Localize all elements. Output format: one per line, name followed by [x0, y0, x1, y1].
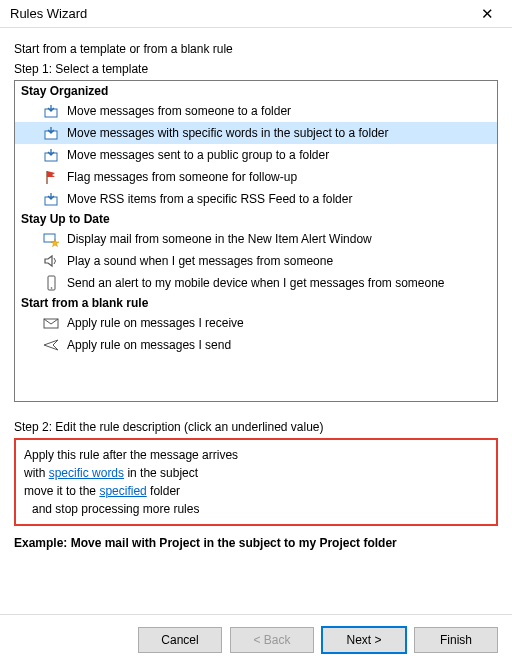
template-item[interactable]: Move RSS items from a specific RSS Feed …: [15, 188, 497, 210]
template-item[interactable]: Apply rule on messages I receive: [15, 312, 497, 334]
svg-rect-4: [44, 234, 55, 242]
button-bar: Cancel < Back Next > Finish: [0, 614, 512, 665]
titlebar: Rules Wizard ✕: [0, 0, 512, 28]
move-folder-icon: [43, 103, 59, 119]
template-label: Display mail from someone in the New Ite…: [67, 232, 372, 246]
alert-star-icon: [43, 231, 59, 247]
template-label: Send an alert to my mobile device when I…: [67, 276, 445, 290]
specific-words-link[interactable]: specific words: [49, 466, 124, 480]
back-button[interactable]: < Back: [230, 627, 314, 653]
template-label: Move messages with specific words in the…: [67, 126, 388, 140]
template-label: Move messages from someone to a folder: [67, 104, 291, 118]
template-label: Move messages sent to a public group to …: [67, 148, 329, 162]
section-stay-up-to-date: Stay Up to Date: [15, 210, 497, 228]
specified-folder-link[interactable]: specified: [99, 484, 146, 498]
move-folder-icon: [43, 191, 59, 207]
desc-line2: with specific words in the subject: [24, 464, 488, 482]
rule-description-box: Apply this rule after the message arrive…: [14, 438, 498, 526]
close-icon[interactable]: ✕: [472, 6, 502, 21]
section-stay-organized: Stay Organized: [15, 82, 497, 100]
template-item[interactable]: Play a sound when I get messages from so…: [15, 250, 497, 272]
sound-icon: [43, 253, 59, 269]
mobile-icon: [43, 275, 59, 291]
desc-line1: Apply this rule after the message arrive…: [24, 446, 488, 464]
template-label: Apply rule on messages I send: [67, 338, 231, 352]
section-blank-rule: Start from a blank rule: [15, 294, 497, 312]
window-title: Rules Wizard: [10, 6, 87, 21]
template-item[interactable]: Send an alert to my mobile device when I…: [15, 272, 497, 294]
svg-point-7: [51, 287, 53, 289]
finish-button[interactable]: Finish: [414, 627, 498, 653]
step1-label: Step 1: Select a template: [14, 62, 498, 76]
dialog-content: Start from a template or from a blank ru…: [0, 28, 512, 562]
template-item[interactable]: Move messages from someone to a folder: [15, 100, 497, 122]
template-item[interactable]: Display mail from someone in the New Ite…: [15, 228, 497, 250]
desc-line3: move it to the specified folder: [24, 482, 488, 500]
template-label: Flag messages from someone for follow-up: [67, 170, 297, 184]
template-label: Apply rule on messages I receive: [67, 316, 244, 330]
template-item[interactable]: Move messages with specific words in the…: [15, 122, 497, 144]
template-listbox[interactable]: Stay Organized Move messages from someon…: [14, 80, 498, 402]
envelope-icon: [43, 315, 59, 331]
next-button[interactable]: Next >: [322, 627, 406, 653]
template-item[interactable]: Move messages sent to a public group to …: [15, 144, 497, 166]
send-icon: [43, 337, 59, 353]
cancel-button[interactable]: Cancel: [138, 627, 222, 653]
template-item[interactable]: Flag messages from someone for follow-up: [15, 166, 497, 188]
move-folder-icon: [43, 147, 59, 163]
template-label: Play a sound when I get messages from so…: [67, 254, 333, 268]
template-label: Move RSS items from a specific RSS Feed …: [67, 192, 352, 206]
template-item[interactable]: Apply rule on messages I send: [15, 334, 497, 356]
intro-text: Start from a template or from a blank ru…: [14, 42, 498, 56]
example-text: Example: Move mail with Project in the s…: [14, 536, 498, 550]
move-folder-icon: [43, 125, 59, 141]
step2-label: Step 2: Edit the rule description (click…: [14, 420, 498, 434]
flag-icon: [43, 169, 59, 185]
desc-line4: and stop processing more rules: [24, 500, 488, 518]
